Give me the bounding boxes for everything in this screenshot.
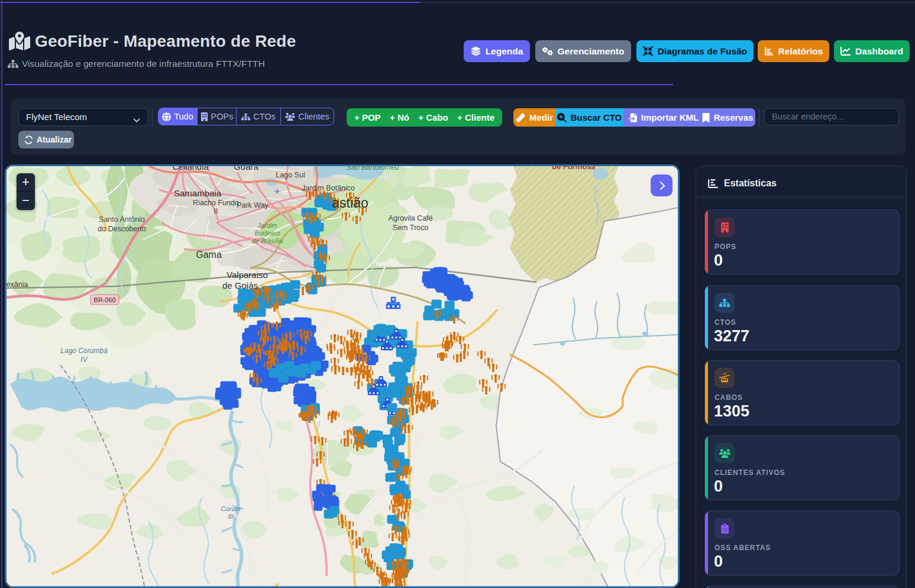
svg-text:II: II: [214, 207, 218, 215]
svg-text:Ceilândia: Ceilândia: [173, 166, 209, 172]
svg-text:Lago Sul: Lago Sul: [276, 171, 305, 179]
svg-text:Riacho Fundo: Riacho Fundo: [193, 199, 239, 207]
svg-text:do Descoberto: do Descoberto: [98, 225, 146, 233]
svg-text:Agrovila Café: Agrovila Café: [388, 214, 432, 222]
svg-text:Corum: Corum: [221, 505, 240, 512]
svg-text:Guará: Guará: [234, 166, 258, 172]
svg-text:Gama: Gama: [196, 250, 222, 260]
svg-text:Santo Antônio: Santo Antônio: [99, 215, 145, 224]
svg-text:✈: ✈: [274, 187, 280, 196]
svg-text:Samambaia: Samambaia: [174, 188, 222, 198]
svg-text:exânia: exânia: [7, 280, 28, 289]
svg-text:de Goiás: de Goiás: [222, 280, 258, 290]
svg-text:Park Way: Park Way: [237, 201, 269, 209]
svg-text:Jardim: Jardim: [257, 222, 277, 229]
svg-text:de Brasília: de Brasília: [252, 237, 283, 244]
svg-text:Valparaiso: Valparaiso: [227, 270, 268, 280]
svg-text:de Formosa: de Formosa: [552, 166, 596, 171]
svg-text:Botânico: Botânico: [255, 230, 280, 237]
svg-text:BR-060: BR-060: [93, 296, 115, 303]
svg-text:São Bartolomeu: São Bartolomeu: [346, 166, 399, 172]
svg-text:Sem Troco: Sem Troco: [393, 224, 428, 232]
svg-text:Jardim Botânico: Jardim Botânico: [302, 184, 355, 192]
svg-text:IV: IV: [80, 356, 88, 364]
svg-text:III: III: [228, 513, 233, 520]
svg-text:astião: astião: [332, 195, 368, 211]
svg-text:Lago Corumbá: Lago Corumbá: [60, 347, 108, 355]
